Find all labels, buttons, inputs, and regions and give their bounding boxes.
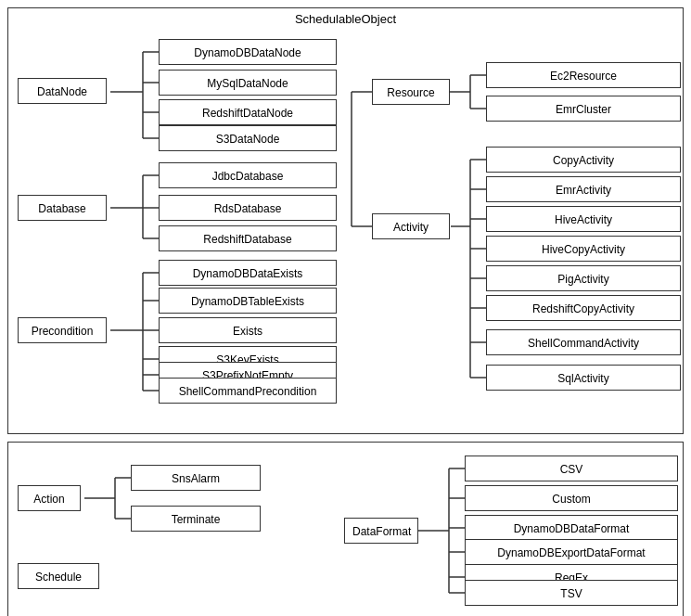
terminate-box: Terminate <box>131 506 261 532</box>
top-section: SchedulableObject DataNode DynamoDBDataN… <box>7 7 684 434</box>
hive-activity-box: HiveActivity <box>486 206 681 232</box>
jdbc-database-box: JdbcDatabase <box>159 162 337 188</box>
emr-activity-box: EmrActivity <box>486 176 681 202</box>
dynamo-db-data-exists-box: DynamoDBDataExists <box>159 260 337 286</box>
resource-box: Resource <box>372 79 450 105</box>
dynamo-db-data-format-box: DynamoDBDataFormat <box>465 515 678 541</box>
exists-box: Exists <box>159 317 337 343</box>
dynamo-db-data-node-box: DynamoDBDataNode <box>159 39 337 65</box>
pig-activity-box: PigActivity <box>486 265 681 291</box>
action-box: Action <box>18 485 81 511</box>
schedulable-object-label: SchedulableObject <box>295 12 396 26</box>
database-box: Database <box>18 195 107 221</box>
csv-box: CSV <box>465 456 678 481</box>
mysql-data-node-box: MySqlDataNode <box>159 70 337 96</box>
dynamo-db-export-data-format-box: DynamoDBExportDataFormat <box>465 539 678 565</box>
redshift-data-node-box: RedshiftDataNode <box>159 99 337 125</box>
emr-cluster-box: EmrCluster <box>486 96 681 122</box>
hive-copy-activity-box: HiveCopyActivity <box>486 236 681 262</box>
tsv-box: TSV <box>465 580 678 606</box>
copy-activity-box: CopyActivity <box>486 147 681 173</box>
shell-command-precondition-box: ShellCommandPrecondition <box>159 378 337 404</box>
rds-database-box: RdsDatabase <box>159 195 337 221</box>
sns-alarm-box: SnsAlarm <box>131 465 261 491</box>
schedule-box: Schedule <box>18 563 99 589</box>
activity-box: Activity <box>372 213 450 239</box>
ec2-resource-box: Ec2Resource <box>486 62 681 88</box>
shell-command-activity-box: ShellCommandActivity <box>486 329 681 355</box>
dynamo-db-table-exists-box: DynamoDBTableExists <box>159 288 337 314</box>
s3-data-node-box: S3DataNode <box>159 125 337 151</box>
redshift-database-box: RedshiftDatabase <box>159 225 337 251</box>
custom-box: Custom <box>465 485 678 511</box>
datanode-box: DataNode <box>18 78 107 104</box>
bottom-section: Action SnsAlarm Terminate Schedule DataF… <box>7 442 684 616</box>
data-format-box: DataFormat <box>344 518 418 544</box>
precondition-box: Precondition <box>18 317 107 343</box>
redshift-copy-activity-box: RedshiftCopyActivity <box>486 295 681 321</box>
diagram-container: SchedulableObject DataNode DynamoDBDataN… <box>0 7 691 616</box>
sql-activity-box: SqlActivity <box>486 365 681 391</box>
